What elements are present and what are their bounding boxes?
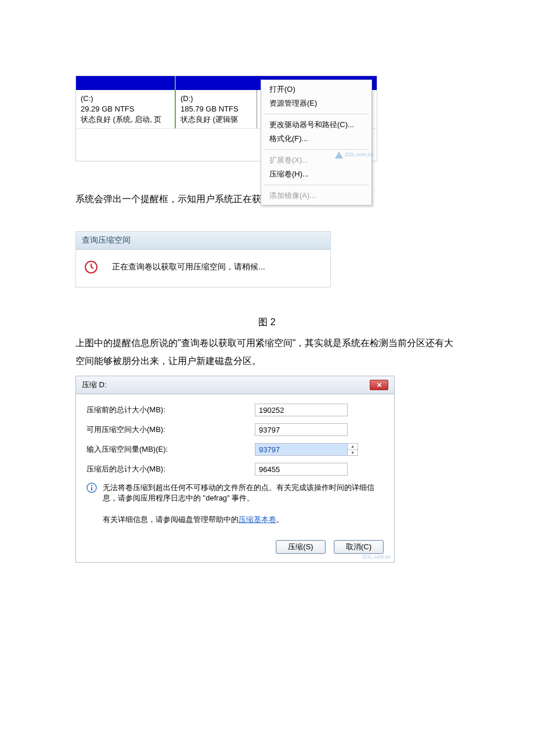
info-text: 无法将卷压缩到超出任何不可移动的文件所在的点。有关完成该操作时间的详细信息，请参… [103,483,384,503]
menu-explorer[interactable]: 资源管理器(E) [261,96,371,110]
label-available: 可用压缩空间大小(MB): [86,424,255,435]
partition-c-letter: (C:) [81,93,170,104]
help-text-suffix: 。 [276,515,284,524]
shrink-dialog: 压缩 D: ✕ 压缩前的总计大小(MB): 190252 可用压缩空间大小(MB… [75,376,395,563]
query-dialog: 查询压缩空间 正在查询卷以获取可用压缩空间，请稍候... [75,231,331,287]
figure-caption: 图 2 [75,316,459,329]
partition-d[interactable]: (D:) 185.79 GB NTFS 状态良好 (逻辑驱 [176,90,257,128]
partition-d-letter: (D:) [181,93,252,104]
help-text-prefix: 有关详细信息，请参阅磁盘管理帮助中的 [103,515,239,524]
cancel-button[interactable]: 取消(C) [334,540,384,554]
info-icon [86,483,97,503]
spinner-up-icon[interactable]: ▲ [348,444,358,450]
spinner[interactable]: ▲ ▼ [348,443,358,456]
partition-c[interactable]: (C:) 29.29 GB NTFS 状态良好 (系统, 启动, 页 [76,90,176,128]
shrink-dialog-title: 压缩 D: [82,380,107,390]
menu-separator [264,149,369,150]
value-size-after: 96455 [255,463,348,476]
query-dialog-message: 正在查询卷以获取可用压缩空间，请稍候... [112,262,265,272]
query-dialog-title: 查询压缩空间 [76,232,330,250]
svg-point-5 [91,485,92,486]
menu-format[interactable]: 格式化(F)... [261,132,371,146]
partition-d-size: 185.79 GB NTFS [181,104,252,114]
watermark: ZOL.com.cn [362,554,391,560]
close-icon: ✕ [377,381,382,389]
watermark: ZOL.com.cn [335,152,373,159]
menu-add-mirror: 添加镜像(A)... [261,189,371,203]
disk-mgmt-screenshot: (C:) 29.29 GB NTFS 状态良好 (系统, 启动, 页 (D:) … [75,75,377,161]
label-size-before: 压缩前的总计大小(MB): [86,405,255,415]
clock-icon [84,260,98,274]
menu-separator [264,185,369,185]
menu-change-letter[interactable]: 更改驱动器号和路径(C)... [261,118,371,132]
menu-separator [264,114,369,114]
partition-d-status: 状态良好 (逻辑驱 [181,114,252,125]
input-shrink-amount[interactable]: 93797 [255,443,348,456]
partition-c-status: 状态良好 (系统, 启动, 页 [81,114,170,125]
help-link[interactable]: 压缩基本卷 [239,515,276,524]
context-menu: 打开(O) 资源管理器(E) 更改驱动器号和路径(C)... 格式化(F)...… [261,80,372,206]
spinner-down-icon[interactable]: ▼ [348,450,358,456]
value-size-before: 190252 [255,404,348,416]
label-size-after: 压缩后的总计大小(MB): [86,464,255,474]
menu-shrink[interactable]: 压缩卷(H)... [261,167,371,181]
svg-rect-6 [91,487,92,491]
svg-marker-0 [335,152,343,159]
value-available: 93797 [255,423,348,436]
menu-open[interactable]: 打开(O) [261,82,371,96]
paragraph-2: 上图中的提醒信息所说的"查询卷以获取可用紧缩空间"，其实就是系统在检测当前分区还… [75,334,459,370]
label-shrink-amount: 输入压缩空间量(MB)(E): [86,444,255,455]
close-button[interactable]: ✕ [370,380,388,390]
partition-c-size: 29.29 GB NTFS [81,104,170,114]
shrink-button[interactable]: 压缩(S) [276,540,326,554]
